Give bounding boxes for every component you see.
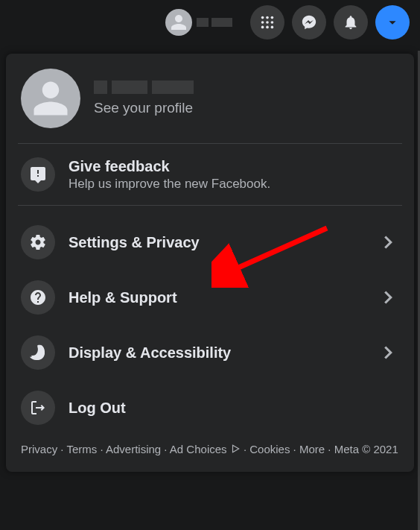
svg-marker-9 <box>232 446 238 452</box>
help-support[interactable]: Help & Support <box>18 270 402 325</box>
redacted-profile-name <box>94 81 194 94</box>
account-dropdown: See your profile Give feedback Help us i… <box>6 54 414 472</box>
profile-link[interactable]: See your profile <box>18 64 402 144</box>
top-navbar <box>0 0 420 45</box>
footer-terms[interactable]: Terms <box>66 443 97 455</box>
help-icon <box>21 280 55 315</box>
feedback-text: Give feedback Help us improve the new Fa… <box>69 158 270 192</box>
help-support-label: Help & Support <box>69 289 363 306</box>
footer-advertising[interactable]: Advertising <box>106 443 161 455</box>
log-out[interactable]: Log Out <box>18 380 402 435</box>
feedback-title: Give feedback <box>69 158 270 175</box>
gear-icon <box>21 225 55 259</box>
feedback-subtitle: Help us improve the new Facebook. <box>69 177 270 192</box>
display-accessibility[interactable]: Display & Accessibility <box>18 325 402 380</box>
footer-more[interactable]: More <box>299 443 325 455</box>
messenger-icon <box>301 14 317 31</box>
svg-point-1 <box>266 16 269 19</box>
svg-point-3 <box>261 21 264 24</box>
svg-point-0 <box>261 16 264 19</box>
logout-icon <box>21 391 55 425</box>
svg-point-7 <box>266 26 269 29</box>
footer-links: Privacy · Terms · Advertising · Ad Choic… <box>18 435 402 461</box>
profile-pill[interactable] <box>162 7 235 37</box>
avatar-small <box>165 9 192 36</box>
messenger-button[interactable] <box>292 5 326 40</box>
profile-info: See your profile <box>94 81 194 116</box>
give-feedback[interactable]: Give feedback Help us improve the new Fa… <box>18 144 402 206</box>
bell-icon <box>343 14 359 31</box>
chevron-right-icon <box>377 341 399 364</box>
svg-point-8 <box>271 26 274 29</box>
svg-point-2 <box>271 16 274 19</box>
svg-point-4 <box>266 21 269 24</box>
avatar-icon <box>21 69 80 128</box>
grid-icon <box>259 14 276 31</box>
chevron-right-icon <box>377 286 399 309</box>
redacted-name <box>197 18 232 27</box>
footer-privacy[interactable]: Privacy <box>21 443 57 455</box>
see-profile-label: See your profile <box>94 100 194 116</box>
svg-point-5 <box>271 21 274 24</box>
footer-cookies[interactable]: Cookies <box>249 443 290 455</box>
settings-privacy-label: Settings & Privacy <box>69 234 363 251</box>
display-accessibility-label: Display & Accessibility <box>69 344 363 362</box>
footer-adchoices[interactable]: Ad Choices <box>170 443 227 455</box>
chevron-right-icon <box>377 231 399 253</box>
menu-grid-button[interactable] <box>250 5 284 40</box>
notifications-button[interactable] <box>334 5 368 40</box>
moon-icon <box>21 335 55 370</box>
adchoices-icon <box>230 441 241 460</box>
footer-meta: Meta © 2021 <box>334 443 398 455</box>
feedback-icon <box>21 157 55 192</box>
account-dropdown-button[interactable] <box>375 5 410 40</box>
caret-down-icon <box>384 14 401 31</box>
svg-point-6 <box>261 26 264 29</box>
settings-privacy[interactable]: Settings & Privacy <box>18 215 402 270</box>
log-out-label: Log Out <box>69 400 399 417</box>
